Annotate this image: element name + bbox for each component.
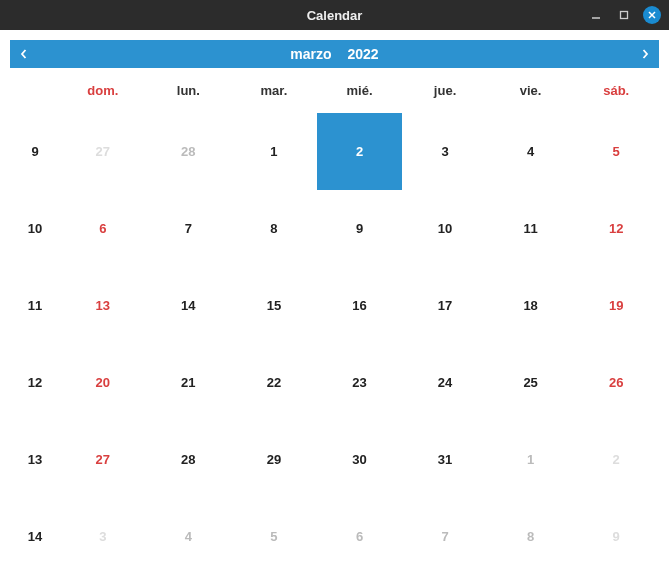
day-cell[interactable]: 15 <box>231 267 317 344</box>
month-navigation-bar: marzo 2022 <box>10 40 659 68</box>
calendar-window: Calendar marzo 2022 <box>0 0 669 585</box>
day-cell[interactable]: 2 <box>573 421 659 498</box>
day-cell[interactable]: 14 <box>146 267 232 344</box>
dow-header: vie. <box>488 68 574 113</box>
day-cell[interactable]: 22 <box>231 344 317 421</box>
window-controls <box>587 6 669 24</box>
next-month-button[interactable] <box>631 46 659 62</box>
day-cell[interactable]: 5 <box>231 498 317 575</box>
day-cell[interactable]: 11 <box>488 190 574 267</box>
day-cell[interactable]: 7 <box>402 498 488 575</box>
day-cell[interactable]: 25 <box>488 344 574 421</box>
day-cell[interactable]: 19 <box>573 267 659 344</box>
month-name: marzo <box>290 46 331 62</box>
close-button[interactable] <box>643 6 661 24</box>
chevron-left-icon <box>19 49 29 59</box>
day-cell[interactable]: 29 <box>231 421 317 498</box>
maximize-button[interactable] <box>615 6 633 24</box>
month-year-label: marzo 2022 <box>10 46 659 62</box>
minimize-button[interactable] <box>587 6 605 24</box>
day-cell[interactable]: 8 <box>488 498 574 575</box>
week-number: 12 <box>10 344 60 421</box>
day-cell[interactable]: 7 <box>146 190 232 267</box>
day-cell[interactable]: 28 <box>146 421 232 498</box>
day-cell[interactable]: 6 <box>317 498 403 575</box>
day-cell[interactable]: 27 <box>60 113 146 190</box>
calendar-grid: dom.lun.mar.mié.jue.vie.sáb.927281234510… <box>10 68 659 575</box>
day-cell[interactable]: 27 <box>60 421 146 498</box>
dow-header: lun. <box>146 68 232 113</box>
day-cell[interactable]: 26 <box>573 344 659 421</box>
day-cell[interactable]: 12 <box>573 190 659 267</box>
calendar-content: marzo 2022 dom.lun.mar.mié.jue.vie.sáb.9… <box>0 30 669 585</box>
day-cell[interactable]: 1 <box>488 421 574 498</box>
day-cell[interactable]: 23 <box>317 344 403 421</box>
day-cell[interactable]: 13 <box>60 267 146 344</box>
maximize-icon <box>619 10 629 20</box>
day-cell[interactable]: 1 <box>231 113 317 190</box>
svg-rect-1 <box>621 12 628 19</box>
day-cell[interactable]: 18 <box>488 267 574 344</box>
dow-header: mar. <box>231 68 317 113</box>
day-cell[interactable]: 6 <box>60 190 146 267</box>
dow-header: dom. <box>60 68 146 113</box>
week-number: 9 <box>10 113 60 190</box>
day-cell[interactable]: 30 <box>317 421 403 498</box>
window-title: Calendar <box>0 8 669 23</box>
close-icon <box>647 10 657 20</box>
week-number: 10 <box>10 190 60 267</box>
day-cell[interactable]: 16 <box>317 267 403 344</box>
day-cell[interactable]: 20 <box>60 344 146 421</box>
year-number: 2022 <box>347 46 378 62</box>
dow-header: jue. <box>402 68 488 113</box>
grid-corner <box>10 68 60 113</box>
day-cell[interactable]: 24 <box>402 344 488 421</box>
minimize-icon <box>591 10 601 20</box>
day-cell[interactable]: 10 <box>402 190 488 267</box>
day-cell[interactable]: 31 <box>402 421 488 498</box>
day-cell[interactable]: 4 <box>146 498 232 575</box>
day-cell[interactable]: 8 <box>231 190 317 267</box>
week-number: 14 <box>10 498 60 575</box>
dow-header: sáb. <box>573 68 659 113</box>
day-cell[interactable]: 9 <box>317 190 403 267</box>
day-cell[interactable]: 28 <box>146 113 232 190</box>
day-cell[interactable]: 3 <box>402 113 488 190</box>
day-cell[interactable]: 2 <box>317 113 403 190</box>
titlebar: Calendar <box>0 0 669 30</box>
chevron-right-icon <box>640 49 650 59</box>
day-cell[interactable]: 5 <box>573 113 659 190</box>
prev-month-button[interactable] <box>10 46 38 62</box>
dow-header: mié. <box>317 68 403 113</box>
day-cell[interactable]: 21 <box>146 344 232 421</box>
week-number: 13 <box>10 421 60 498</box>
day-cell[interactable]: 4 <box>488 113 574 190</box>
day-cell[interactable]: 3 <box>60 498 146 575</box>
day-cell[interactable]: 17 <box>402 267 488 344</box>
day-cell[interactable]: 9 <box>573 498 659 575</box>
week-number: 11 <box>10 267 60 344</box>
